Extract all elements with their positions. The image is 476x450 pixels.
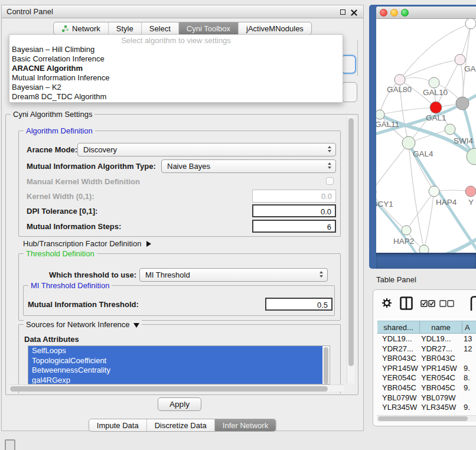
close-window-icon[interactable]	[380, 9, 387, 17]
table-cell: 9.	[462, 364, 476, 374]
table-cell: YDL19...	[377, 334, 420, 344]
network-node-gal4[interactable]	[402, 136, 415, 149]
deselect-checkboxes-icon[interactable]	[439, 300, 454, 307]
network-canvas[interactable]: GALGAL80GAL10GAL11GAL1SWI4GAL4HAP4YGCY1H…	[376, 19, 476, 253]
mi-threshold-field[interactable]: 0.5	[265, 298, 332, 311]
tab-network[interactable]: Network	[54, 22, 109, 34]
close-panel-icon[interactable]	[350, 8, 358, 16]
network-node-gal10[interactable]	[429, 77, 439, 88]
table-row[interactable]: YBL079WYBL079W	[377, 393, 476, 403]
table-cell: YBR043C	[377, 354, 420, 364]
scrollbar-thumb[interactable]	[10, 386, 328, 392]
network-node-swi4[interactable]	[445, 124, 455, 135]
apply-button[interactable]: Apply	[158, 397, 201, 411]
table-row[interactable]: YLR345WYLR345W9.	[377, 403, 476, 413]
network-node-hap4[interactable]	[429, 186, 439, 197]
table-cell: YIL052C	[420, 413, 462, 415]
which-threshold-select[interactable]: MI Threshold	[139, 268, 328, 282]
algorithm-option[interactable]: Mutual Information Inference	[9, 73, 343, 83]
table-row[interactable]: YBR043CYBR043C	[377, 354, 476, 364]
data-attributes-list[interactable]: SelfLoops TopologicalCoefficient Between…	[28, 345, 330, 384]
table-panel-card: shared... name A YDL19...YDL19...13YDR27…	[373, 289, 476, 426]
kernel-width-field[interactable]: 0.0	[252, 190, 336, 203]
dpi-tolerance-field[interactable]: 0.0	[252, 204, 336, 217]
network-node[interactable]	[456, 97, 469, 110]
tab-infer-network[interactable]: Infer Network	[215, 419, 276, 431]
column-header-name[interactable]: name	[420, 321, 462, 334]
network-window-titlebar[interactable]	[376, 6, 476, 19]
algorithm-option[interactable]: Basic Correlation Inference	[9, 54, 343, 64]
function-builder-icon[interactable]	[470, 295, 476, 312]
table-horizontal-scrollbar[interactable]	[377, 415, 476, 422]
attributes-scrollbar[interactable]	[322, 347, 329, 384]
table-cell: YLR345W	[420, 403, 462, 413]
network-node-gal11[interactable]	[376, 110, 384, 119]
tab-cyni-toolbox[interactable]: Cyni Toolbox	[179, 22, 239, 34]
stepper-icon	[319, 271, 323, 278]
scrollbar-thumb[interactable]	[324, 347, 328, 384]
network-node[interactable]	[419, 245, 429, 253]
hub-definition-expander[interactable]: Hub/Transcription Factor Definition	[23, 239, 151, 248]
algorithm-option[interactable]: Bayesian – Hill Climbing	[9, 45, 343, 54]
table-cell: YER054C	[420, 373, 462, 383]
sources-group-title[interactable]: Sources for Network Inference	[24, 320, 142, 329]
tab-jactivemnodules-label: jActiveMNodules	[246, 24, 304, 33]
algorithm-option[interactable]: Bayesian – K2	[9, 83, 343, 92]
network-node-gal[interactable]	[455, 54, 465, 65]
mi-type-select[interactable]: Naive Bayes	[161, 159, 336, 173]
mi-threshold-label: Mutual Information Threshold:	[28, 300, 139, 309]
network-node[interactable]	[430, 102, 442, 113]
mi-type-value: Naive Bayes	[167, 162, 210, 171]
attribute-item-selected[interactable]: BetweennessCentrality	[28, 366, 322, 376]
tab-style[interactable]: Style	[109, 22, 142, 34]
column-header-clipped[interactable]: A	[462, 321, 476, 334]
mi-steps-field[interactable]: 6	[252, 220, 336, 233]
select-all-checkboxes-icon[interactable]	[420, 300, 435, 307]
tab-jactivemnodules[interactable]: jActiveMNodules	[239, 22, 311, 34]
aracne-mode-select[interactable]: Discovery	[77, 143, 336, 156]
scrollbar-thumb[interactable]	[378, 416, 468, 421]
network-node-gal80[interactable]	[395, 74, 405, 85]
table-cell: YBL079W	[377, 393, 420, 403]
table-row[interactable]: YDL19...YDL19...13	[377, 334, 476, 344]
network-node[interactable]	[465, 19, 476, 29]
algorithm-option-selected[interactable]: ARACNE Algorithm	[9, 64, 343, 73]
column-view-icon[interactable]	[400, 296, 413, 310]
column-header-shared-name[interactable]: shared...	[377, 321, 420, 334]
table-row[interactable]: YPR145WYPR145W9.	[377, 364, 476, 374]
table-cell: YBR045C	[420, 383, 462, 393]
manual-kernel-label: Manual Kernel Width Definition	[27, 177, 140, 186]
minimize-window-icon[interactable]	[390, 9, 398, 17]
table-row[interactable]: YDR27...YDR27...12	[377, 344, 476, 354]
attribute-item-selected[interactable]: SelfLoops	[28, 346, 322, 356]
aracne-mode-value: Discovery	[83, 145, 117, 154]
settings-horizontal-scrollbar[interactable]	[9, 384, 344, 392]
collapsed-panel-icon[interactable]	[5, 439, 15, 450]
table-row[interactable]: YIL052CYIL052C9	[377, 413, 476, 415]
settings-vertical-scrollbar[interactable]	[347, 116, 354, 383]
scrollbar-thumb[interactable]	[348, 118, 354, 366]
manual-kernel-checkbox[interactable]	[326, 177, 334, 185]
tab-discretize-data[interactable]: Discretize Data	[147, 419, 215, 431]
network-node-hap2[interactable]	[402, 226, 411, 235]
zoom-window-icon[interactable]	[401, 9, 409, 17]
hidden-control-fragment	[342, 82, 357, 102]
tab-infer-network-label: Infer Network	[223, 421, 268, 430]
collapse-down-icon	[133, 323, 139, 328]
attribute-item-selected[interactable]: TopologicalCoefficient	[28, 356, 322, 366]
mi-type-label: Mutual Information Algorithm Type:	[27, 162, 156, 171]
algorithm-option[interactable]: Dream8 DC_TDC Algorithm	[9, 92, 343, 102]
attribute-item-selected[interactable]: gal4RGexp	[28, 376, 322, 385]
float-panel-icon[interactable]	[339, 8, 347, 16]
table-row[interactable]: YER054CYER054C8.	[377, 373, 476, 383]
table-row[interactable]: YBR045CYBR045C9.	[377, 383, 476, 393]
tab-network-label: Network	[72, 24, 100, 33]
network-node-y[interactable]	[465, 186, 476, 197]
tab-impute-data[interactable]: Impute Data	[89, 419, 147, 431]
gear-icon[interactable]	[382, 298, 392, 308]
network-icon	[61, 25, 69, 32]
algorithm-definition-title: Algorithm Definition	[24, 126, 95, 135]
node-label: GAL10	[423, 88, 448, 97]
tab-select[interactable]: Select	[142, 22, 179, 34]
network-view-window[interactable]: GALGAL80GAL10GAL11GAL1SWI4GAL4HAP4YGCY1H…	[369, 5, 476, 269]
